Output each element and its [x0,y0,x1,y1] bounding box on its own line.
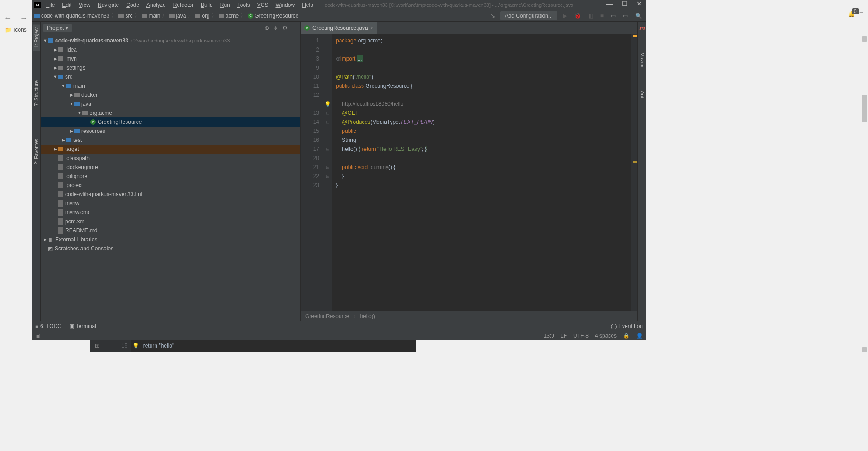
nav-back-icon[interactable]: ← [4,14,12,23]
tree-item-code-with-quarkus-maven33-iml[interactable]: ▶code-with-quarkus-maven33.iml [41,190,300,199]
tab-structure[interactable]: 7: Structure [33,78,40,109]
crumb-method[interactable]: hello() [360,313,375,319]
tree-item--idea[interactable]: ▶.idea [41,45,300,54]
menu-tools[interactable]: Tools [235,1,253,9]
tool1-icon[interactable]: ▭ [609,12,618,20]
menu-help[interactable]: Help [299,1,316,9]
inspection-icon[interactable]: 👤 [636,333,643,339]
sidebar-icons[interactable]: 📁 Icons [3,25,28,35]
tree-item-scratches-and-consoles[interactable]: ▶◩Scratches and Consoles [41,244,300,253]
bulb-icon[interactable]: 💡 [325,101,331,107]
cursor-position[interactable]: 13:9 [544,333,554,339]
tree-item-external-libraries[interactable]: ▶⫼External Libraries [41,235,300,244]
menu-navigate[interactable]: Navigate [95,1,122,9]
code-area[interactable]: package org.acme; ⊕import ... @Path("/he… [332,34,631,311]
tree-item-mvnw-cmd[interactable]: ▶mvnw.cmd [41,208,300,217]
tree-item--mvn[interactable]: ▶.mvn [41,54,300,63]
tree-item-resources[interactable]: ▶resources [41,127,300,136]
crumb-src[interactable]: src [118,13,132,19]
line-separator[interactable]: LF [561,333,567,339]
gear-icon[interactable]: ⚙ [283,25,288,31]
tab-maven[interactable]: Maven [639,50,646,70]
fold-icon[interactable]: ⊟ [326,165,330,169]
fold-icon[interactable]: ⊟ [326,111,330,115]
tree-item-java[interactable]: ▼java [41,99,300,108]
crumb-org[interactable]: org [195,13,209,19]
build-icon[interactable]: ↘ [489,12,497,20]
crumb-main[interactable]: main [142,13,160,19]
menu-build[interactable]: Build [198,1,216,9]
tree-root[interactable]: ▼code-with-quarkus-maven33C:\work\src\tm… [41,36,300,45]
tree-item-target[interactable]: ▶target [41,145,300,154]
tool2-icon[interactable]: ▭ [621,12,630,20]
menu-icon[interactable]: ≡ [859,10,863,18]
tree-item-src[interactable]: ▼src [41,72,300,81]
run-icon[interactable]: ▶ [561,12,569,20]
fold-icon[interactable]: ⊟ [326,174,330,179]
hide-icon[interactable]: — [292,25,297,31]
menu-file[interactable]: File [43,1,57,9]
notification-bell-icon[interactable]: 🔔0 [848,11,855,17]
menu-code[interactable]: Code [123,1,142,9]
tree-item-pom-xml[interactable]: ▶pom.xml [41,217,300,226]
crumb-acme[interactable]: acme [219,13,239,19]
tree-item--project[interactable]: ▶.project [41,181,300,190]
marker-bar[interactable] [631,34,637,311]
lock-icon[interactable]: 🔒 [623,333,630,339]
tab-ant[interactable]: Ant [639,88,646,101]
tree-item-test[interactable]: ▶test [41,136,300,145]
add-configuration-button[interactable]: Add Configuration... [500,11,557,20]
search-icon[interactable]: 🔍 [633,12,644,20]
warning-marker[interactable] [633,161,637,163]
crumb-greetingresource[interactable]: CGreetingResource [248,13,298,19]
menu-refactor[interactable]: Refactor [170,1,196,9]
menu-view[interactable]: View [76,1,93,9]
fold-icon[interactable]: ⊟ [326,120,330,124]
crumb-code-with-quarkus-maven33[interactable]: code-with-quarkus-maven33 [34,13,109,19]
maven-logo-icon[interactable]: m [639,24,645,32]
scroll-thumb-down[interactable] [862,347,867,352]
tree-item-main[interactable]: ▼main [41,81,300,90]
collapse-icon[interactable]: ⇟ [274,25,278,31]
tree-item-mvnw[interactable]: ▶mvnw [41,199,300,208]
stop-icon[interactable]: ■ [599,12,605,20]
tree-item-org-acme[interactable]: ▼org.acme [41,108,300,117]
tree-item--classpath[interactable]: ▶.classpath [41,154,300,163]
project-tree[interactable]: ▼code-with-quarkus-maven33C:\work\src\tm… [41,34,300,321]
tree-item--settings[interactable]: ▶.settings [41,63,300,72]
fold-icon[interactable]: ⊟ [326,147,330,151]
menu-window[interactable]: Window [273,1,297,9]
file-encoding[interactable]: UTF-8 [573,333,589,339]
menu-vcs[interactable]: VCS [255,1,271,9]
tab-terminal[interactable]: ▣ Terminal [69,323,96,329]
debug-icon[interactable]: 🐞 [572,12,583,20]
coverage-icon[interactable]: ◧ [586,12,595,20]
close-tab-icon[interactable]: × [371,25,374,31]
host-scrollbar[interactable] [861,32,868,357]
maximize-button[interactable]: ☐ [622,0,627,7]
editor-body[interactable]: 1239101112131415161720212223 💡⊟⊟⊟⊟⊟ pack… [301,34,637,311]
editor-tab-active[interactable]: C GreetingResource.java × [301,22,377,34]
tab-todo[interactable]: ≡ 6: TODO [35,323,62,329]
tree-item--dockerignore[interactable]: ▶.dockerignore [41,163,300,172]
menu-run[interactable]: Run [217,1,233,9]
minimize-button[interactable]: — [606,0,613,7]
tree-item-readme-md[interactable]: ▶README.md [41,226,300,235]
menu-analyze[interactable]: Analyze [144,1,169,9]
nav-forward-icon[interactable]: → [20,14,28,23]
project-view-selector[interactable]: Project ▾ [43,24,72,32]
tree-item-docker[interactable]: ▶docker [41,90,300,99]
bulb-icon[interactable]: 💡 [131,343,140,349]
tab-project[interactable]: 1: Project [33,24,40,51]
tab-event-log[interactable]: ◯ Event Log [611,323,643,329]
close-button[interactable]: ✕ [637,0,642,7]
indent-settings[interactable]: 4 spaces [595,333,617,339]
scroll-thumb[interactable] [862,95,867,122]
tree-item--gitignore[interactable]: ▶.gitignore [41,172,300,181]
menu-edit[interactable]: Edit [59,1,74,9]
tab-favorites[interactable]: 2: Favorites [33,136,40,167]
tree-item-greetingresource[interactable]: ▶CGreetingResource [41,117,300,127]
crumb-java[interactable]: java [169,13,186,19]
tool-windows-icon[interactable]: ▣ [35,333,40,339]
locate-icon[interactable]: ⊕ [264,25,269,31]
